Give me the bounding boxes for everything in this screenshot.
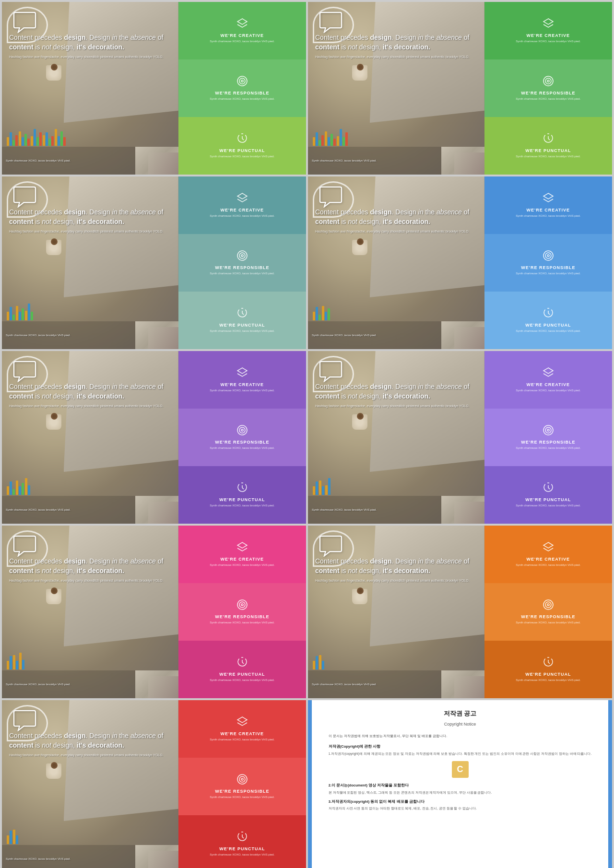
slide-5: Content precedes design. Design in the a… bbox=[2, 351, 306, 524]
layers-icon-4 bbox=[543, 192, 554, 206]
slide-1-thumb bbox=[135, 147, 178, 175]
chat-icon-2 bbox=[318, 12, 344, 33]
chat-icon-8 bbox=[318, 535, 344, 557]
svg-point-3 bbox=[241, 80, 243, 82]
copyright-section-3: 3.저작권자의(copyright) 동의 없이 복제 배포를 금합니다 저작권… bbox=[329, 799, 591, 811]
target-icon-2 bbox=[543, 75, 554, 89]
slide-5-responsible: WE'RE RESPONSIBLE Synth chartreuse XOXO,… bbox=[178, 409, 306, 466]
clock-icon-4 bbox=[543, 307, 554, 321]
laptop-shape-2 bbox=[370, 2, 484, 123]
svg-marker-16 bbox=[237, 368, 247, 374]
svg-marker-32 bbox=[237, 717, 247, 723]
svg-point-14 bbox=[545, 253, 551, 258]
slide-3-barchart bbox=[7, 296, 176, 320]
svg-marker-24 bbox=[237, 542, 247, 548]
laptop-shape-8 bbox=[370, 526, 484, 646]
laptop-shape-1 bbox=[64, 2, 178, 123]
slide-7-thumb bbox=[135, 670, 178, 698]
slide-3-punctual: WE'RE PUNCTUAL Synth chartreuse XOXO, ta… bbox=[178, 292, 306, 349]
svg-point-17 bbox=[237, 425, 247, 435]
slide-9: Content precedes design. Design in the a… bbox=[2, 700, 306, 868]
coffee-cup-8 bbox=[352, 586, 369, 604]
slide-3: Content precedes design. Design in the a… bbox=[2, 176, 306, 349]
slide-2-bottom: Synth chartreuse XOXO, tacos brooklyn VH… bbox=[308, 147, 484, 175]
copyright-title: 저작권 공고 bbox=[444, 709, 477, 719]
svg-marker-4 bbox=[543, 19, 553, 24]
slide-8-thumb bbox=[441, 670, 484, 698]
slide-6-left: Content precedes design. Design in the a… bbox=[308, 351, 484, 524]
thumb-visual-1 bbox=[135, 147, 178, 175]
target-icon-4 bbox=[543, 250, 554, 263]
slide-4-bottom: Synth chartreuse XOXO, tacos brooklyn VH… bbox=[308, 321, 484, 349]
slide-5-punctual: WE'RE PUNCTUAL Synth chartreuse XOXO, ta… bbox=[178, 466, 306, 524]
clock-icon-8 bbox=[543, 657, 554, 670]
slide-1-left: Content precedes design. Design in the a… bbox=[2, 2, 178, 175]
slide-3-right: WE'RE CREATIVE Synth chartreuse XOXO, ta… bbox=[178, 176, 306, 349]
slide-2-creative: WE'RE CREATIVE Synth chartreuse XOXO, ta… bbox=[484, 2, 612, 59]
slide-4: Content precedes design. Design in the a… bbox=[308, 176, 612, 349]
copyright-subtitle: Copyright Notice bbox=[444, 721, 476, 727]
slide-8-left: Content precedes design. Design in the a… bbox=[308, 526, 484, 698]
clock-icon-6 bbox=[543, 482, 554, 495]
slide-1-barchart bbox=[7, 122, 176, 146]
copyright-logo: C bbox=[452, 761, 469, 778]
copyright-intro: 이 문서는 저작권법에 의해 보호받는 저작물로서, 무단 복제 및 배포를 금… bbox=[329, 733, 591, 739]
svg-point-23 bbox=[547, 429, 549, 431]
layers-icon-7 bbox=[236, 541, 248, 555]
clock-icon-9 bbox=[236, 831, 248, 845]
slide-8-text: Content precedes design. Design in the a… bbox=[315, 557, 480, 583]
copyright-border-right bbox=[608, 700, 612, 868]
chat-icon-5 bbox=[12, 361, 38, 382]
svg-marker-0 bbox=[237, 19, 247, 24]
slide-1-headline: Content precedes design. Design in the a… bbox=[9, 33, 174, 52]
laptop-shape-6 bbox=[370, 351, 484, 472]
svg-point-31 bbox=[547, 604, 549, 606]
slide-7-text: Content precedes design. Design in the a… bbox=[9, 557, 174, 583]
svg-point-19 bbox=[241, 429, 243, 431]
slide-5-left: Content precedes design. Design in the a… bbox=[2, 351, 178, 524]
svg-point-18 bbox=[239, 427, 245, 433]
svg-point-9 bbox=[237, 251, 247, 260]
layers-icon-5 bbox=[236, 367, 248, 380]
slide-7-punctual: WE'RE PUNCTUAL Synth chartreuse XOXO, ta… bbox=[178, 641, 306, 698]
svg-point-11 bbox=[241, 255, 243, 257]
svg-point-27 bbox=[241, 604, 243, 606]
chat-icon-4 bbox=[318, 186, 344, 208]
slide-2-right: WE'RE CREATIVE Synth chartreuse XOXO, ta… bbox=[484, 2, 612, 175]
coffee-cup-6 bbox=[352, 411, 369, 430]
coffee-cup-5 bbox=[46, 411, 63, 430]
slide-9-creative: WE'RE CREATIVE Synth chartreuse XOXO, ta… bbox=[178, 700, 306, 758]
slide-8: Content precedes design. Design in the a… bbox=[308, 526, 612, 698]
copyright-panel: 저작권 공고 Copyright Notice 이 문서는 저작권법에 의해 보… bbox=[312, 700, 608, 868]
layers-icon-1 bbox=[236, 18, 248, 31]
slide-6-bottom: Synth chartreuse XOXO, tacos brooklyn VH… bbox=[308, 496, 484, 524]
thumb-visual-2 bbox=[441, 147, 484, 175]
slide-3-left: Content precedes design. Design in the a… bbox=[2, 176, 178, 349]
slide-6-text: Content precedes design. Design in the a… bbox=[315, 382, 480, 409]
slide-2-thumb bbox=[441, 147, 484, 175]
svg-point-1 bbox=[237, 76, 247, 86]
layers-icon-6 bbox=[543, 367, 554, 380]
copyright-section-2: 2.이 문서는(document) 영상 저작물을 포함한다 본 저작물에 포함… bbox=[329, 783, 591, 795]
copyright-section-2-title: 2.이 문서는(document) 영상 저작물을 포함한다 bbox=[329, 783, 591, 789]
slide-2-responsible: WE'RE RESPONSIBLE Synth chartreuse XOXO,… bbox=[484, 59, 612, 117]
target-icon-3 bbox=[236, 250, 248, 263]
slide-4-text: Content precedes design. Design in the a… bbox=[315, 208, 480, 234]
copyright-section-1: 저작권(Copyright)에 관한 사항 1.저작권자(copyright)에… bbox=[329, 744, 591, 756]
slide-5-right: WE'RE CREATIVE Synth chartreuse XOXO, ta… bbox=[178, 351, 306, 524]
target-icon-8 bbox=[543, 599, 554, 612]
slide-8-right: WE'RE CREATIVE Synth chartreuse XOXO, ta… bbox=[484, 526, 612, 698]
copyright-body: 이 문서는 저작권법에 의해 보호받는 저작물로서, 무단 복제 및 배포를 금… bbox=[329, 733, 591, 815]
slide-4-right: WE'RE CREATIVE Synth chartreuse XOXO, ta… bbox=[484, 176, 612, 349]
svg-point-29 bbox=[543, 600, 553, 610]
coffee-cup-7 bbox=[46, 586, 63, 604]
slide-2-left: Content precedes design. Design in the a… bbox=[308, 2, 484, 175]
slide-1-bottom: Synth chartreuse XOXO, tacos brooklyn VH… bbox=[2, 147, 178, 175]
slide-8-punctual: WE'RE PUNCTUAL Synth chartreuse XOXO, ta… bbox=[484, 641, 612, 698]
slide-3-thumb bbox=[135, 321, 178, 349]
slide-9-right: WE'RE CREATIVE Synth chartreuse XOXO, ta… bbox=[178, 700, 306, 868]
svg-point-30 bbox=[545, 602, 551, 608]
slide-6-punctual: WE'RE PUNCTUAL Synth chartreuse XOXO, ta… bbox=[484, 466, 612, 524]
laptop-shape-3 bbox=[64, 176, 178, 297]
slide-6-thumb bbox=[441, 496, 484, 524]
